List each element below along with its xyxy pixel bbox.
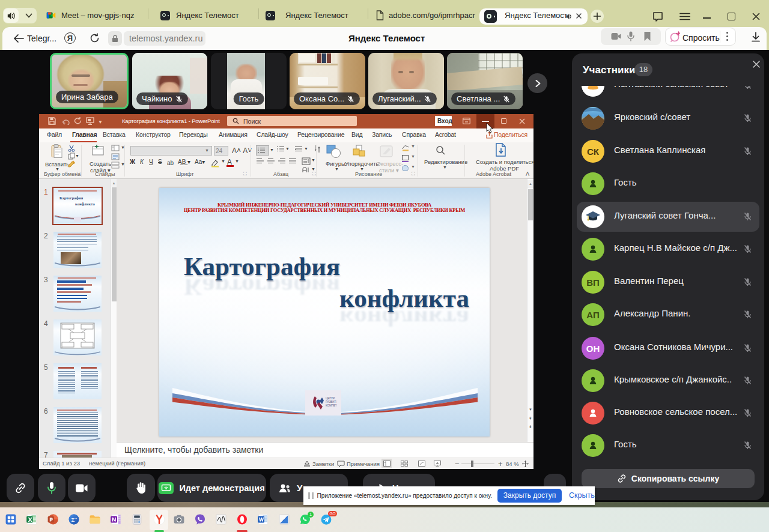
svg-text:Σ: Σ <box>71 516 75 523</box>
svg-text:КОМПЕТЕНЦИЙ: КОМПЕТЕНЦИЙ <box>326 403 336 407</box>
svg-text:ЦЕНТР: ЦЕНТР <box>326 397 335 400</box>
svg-text:РАЗВИТИЯ: РАЗВИТИЯ <box>326 401 336 404</box>
svg-text:+: + <box>75 516 77 520</box>
